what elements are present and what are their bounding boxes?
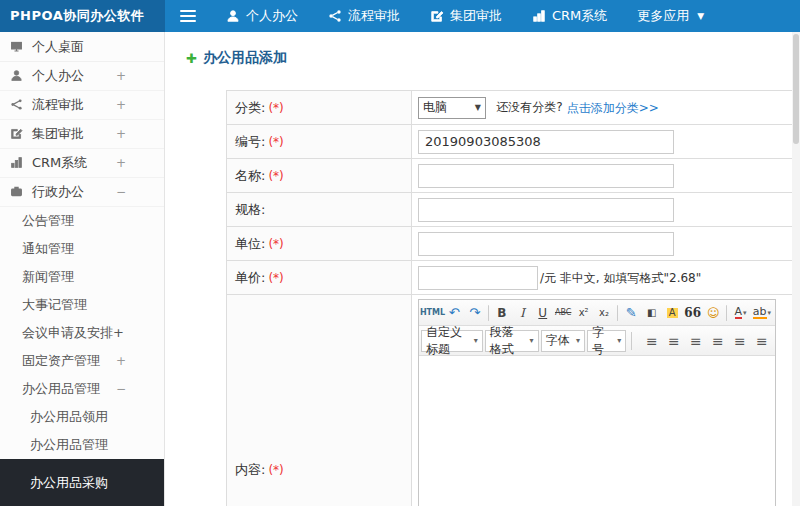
unit-label: 单位:	[235, 236, 265, 251]
separator	[617, 305, 618, 321]
topbar: PHPOA协同办公软件 个人办公 流程审批 集团审批 CRM系统 更多应用	[0, 0, 800, 32]
sidebar-item-supply-purchase[interactable]: 办公用品采购	[0, 459, 164, 506]
caret-down-icon: ▾	[530, 336, 534, 345]
background-color-icon[interactable]: ab	[752, 303, 772, 323]
expand-icon[interactable]: +	[116, 127, 164, 141]
main-content: ✚ 办公用品添加 分类:(*) 电脑 ▼ 还没有分类? 点击添加分类>> 编号:…	[166, 32, 800, 506]
font-family-select[interactable]: 字体▾	[541, 330, 586, 352]
desktop-icon	[10, 40, 24, 54]
sidebar-item-admin-office[interactable]: 行政办公 −	[0, 178, 164, 207]
eraser-icon[interactable]: ◧	[643, 303, 661, 323]
nav-personal-office[interactable]: 个人办公	[211, 0, 313, 32]
sidebar-item-news[interactable]: 新闻管理	[0, 263, 164, 291]
alignment-icons	[641, 331, 773, 351]
supplies-submenu: 办公用品领用 办公用品管理 办公用品采购	[0, 403, 164, 506]
sidebar-item-fixed-assets[interactable]: 固定资产管理 +	[0, 347, 164, 375]
align-justify-icon[interactable]	[707, 331, 729, 351]
category-hint: 还没有分类?	[496, 100, 562, 114]
code-input[interactable]	[418, 130, 674, 154]
workflow-icon	[10, 98, 24, 112]
editor-content-area[interactable]	[419, 356, 775, 506]
user-icon	[10, 69, 24, 83]
html-source-icon[interactable]: HTML	[422, 303, 443, 323]
italic-icon[interactable]: I	[513, 303, 531, 323]
name-label: 名称:	[235, 168, 265, 183]
highlight-icon[interactable]: A	[663, 303, 681, 323]
subscript-icon[interactable]: x₂	[595, 303, 613, 323]
rich-text-editor: HTML↶↷BIUABCx²x₂✎◧A66☺Aab 自定义标题▾ 段落格式▾ 字…	[418, 299, 776, 506]
form-row-unit: 单位:(*)	[227, 227, 797, 261]
nav-more-apps[interactable]: 更多应用 ▼	[622, 0, 719, 32]
collapse-icon[interactable]: −	[116, 185, 164, 199]
sidebar-item-announcements[interactable]: 公告管理	[0, 207, 164, 235]
expand-icon[interactable]: +	[116, 156, 164, 170]
sidebar-item-events[interactable]: 大事记管理	[0, 291, 164, 319]
redo-icon[interactable]: ↷	[465, 303, 483, 323]
nav-group-approval[interactable]: 集团审批	[415, 0, 517, 32]
emoji-icon[interactable]: ☺	[704, 303, 722, 323]
sidebar-item-workflow-approval[interactable]: 流程审批 +	[0, 91, 164, 120]
content-label: 内容:	[235, 462, 265, 477]
edit-icon	[10, 127, 24, 141]
form-row-spec: 规格:	[227, 193, 797, 227]
sidebar-item-supply-manage[interactable]: 办公用品管理	[0, 431, 164, 459]
custom-heading-select[interactable]: 自定义标题▾	[421, 330, 483, 352]
price-input[interactable]	[418, 266, 538, 290]
scrollbar-thumb[interactable]	[793, 34, 799, 144]
superscript-icon[interactable]: x²	[574, 303, 592, 323]
undo-icon[interactable]: ↶	[445, 303, 463, 323]
hamburger-icon	[180, 7, 196, 25]
sidebar-item-crm-system[interactable]: CRM系统 +	[0, 149, 164, 178]
unordered-list-icon[interactable]	[729, 331, 751, 351]
sidebar-item-notices[interactable]: 通知管理	[0, 235, 164, 263]
app-logo: PHPOA协同办公软件	[0, 0, 165, 32]
nav-crm-system[interactable]: CRM系统	[517, 0, 622, 32]
caret-down-icon: ▼	[697, 11, 704, 21]
editor-toolbar-row1: HTML↶↷BIUABCx²x₂✎◧A66☺Aab	[419, 300, 775, 326]
align-center-icon[interactable]	[663, 331, 685, 351]
form-row-name: 名称:(*)	[227, 159, 797, 193]
unit-input[interactable]	[418, 232, 674, 256]
bold-icon[interactable]: B	[493, 303, 511, 323]
sidebar-item-office-supplies[interactable]: 办公用品管理 −	[0, 375, 164, 403]
name-input[interactable]	[418, 164, 674, 188]
blockquote-icon[interactable]: 66	[683, 303, 702, 323]
caret-down-icon: ▾	[474, 336, 478, 345]
select-arrow-icon: ▼	[475, 103, 481, 112]
toolbar-separator	[631, 332, 632, 350]
user-icon	[226, 9, 240, 23]
nav-workflow-approval[interactable]: 流程审批	[313, 0, 415, 32]
top-navigation: 个人办公 流程审批 集团审批 CRM系统 更多应用 ▼	[211, 0, 719, 32]
strikethrough-icon[interactable]: ABC	[554, 303, 572, 323]
bar-chart-icon	[10, 156, 24, 170]
underline-icon[interactable]: U	[534, 303, 552, 323]
font-size-select[interactable]: 字号▾	[587, 330, 626, 352]
sidebar-item-desktop[interactable]: 个人桌面	[0, 32, 164, 62]
category-select[interactable]: 电脑 ▼	[418, 97, 486, 119]
vertical-scrollbar[interactable]	[792, 32, 800, 506]
separator	[726, 305, 727, 321]
sidebar-item-meetings[interactable]: 会议申请及安排+	[0, 319, 164, 347]
sidebar-item-group-approval[interactable]: 集团审批 +	[0, 120, 164, 149]
add-category-link[interactable]: 点击添加分类>>	[567, 100, 659, 114]
code-label: 编号:	[235, 134, 265, 149]
format-painter-icon[interactable]: ✎	[622, 303, 640, 323]
spec-input[interactable]	[418, 198, 674, 222]
supply-add-form: 分类:(*) 电脑 ▼ 还没有分类? 点击添加分类>> 编号:(*) 名称:(*…	[226, 90, 797, 506]
admin-submenu: 公告管理 通知管理 新闻管理 大事记管理 会议申请及安排+ 固定资产管理 +	[0, 207, 164, 403]
ordered-list-icon[interactable]	[751, 331, 773, 351]
sidebar-item-supply-claim[interactable]: 办公用品领用	[0, 403, 164, 431]
sidebar-item-personal-office[interactable]: 个人办公 +	[0, 62, 164, 91]
menu-toggle-button[interactable]	[165, 0, 211, 32]
align-left-icon[interactable]	[641, 331, 663, 351]
font-color-icon[interactable]: A	[731, 303, 749, 323]
paragraph-format-select[interactable]: 段落格式▾	[485, 330, 539, 352]
expand-icon[interactable]: +	[116, 69, 164, 83]
expand-icon[interactable]: +	[116, 98, 164, 112]
page-title: ✚ 办公用品添加	[166, 48, 800, 68]
bar-chart-icon	[532, 9, 546, 23]
form-row-price: 单价:(*) /元 非中文, 如填写格式"2.68"	[227, 261, 797, 295]
form-row-content: 内容:(*) HTML↶↷BIUABCx²x₂✎◧A66☺Aab 自定义标题▾ …	[227, 295, 797, 506]
align-right-icon[interactable]	[685, 331, 707, 351]
edit-icon	[430, 9, 444, 23]
